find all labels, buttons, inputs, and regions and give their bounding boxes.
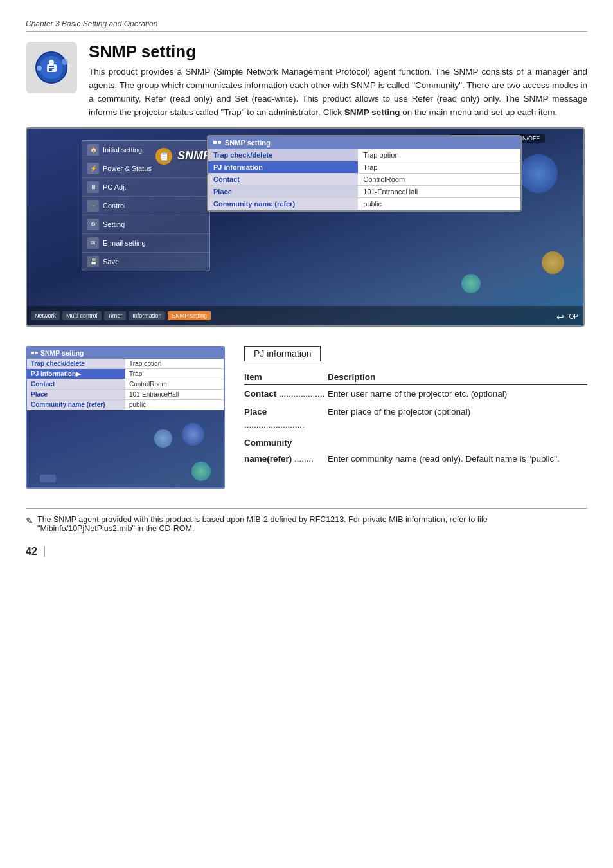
snmp-row-place[interactable]: Place 101-EntranceHall	[208, 185, 520, 197]
top-button[interactable]: ↩TOP	[556, 312, 578, 322]
left-menu-panel: 🏠 Initial setting ⚡ Power & Status 🖥 PC …	[82, 140, 210, 271]
snmp-row-trap[interactable]: Trap check/delete Trap option	[208, 149, 520, 161]
bottom-menu-bar: Network Multi control Timer Information …	[27, 306, 583, 325]
menu-item-initial[interactable]: 🏠 Initial setting	[82, 141, 209, 159]
pj-row-community-label: Community	[244, 434, 587, 449]
email-icon: ✉	[87, 237, 99, 249]
deco-circle-4	[542, 251, 564, 274]
bottom-menu-information[interactable]: Information	[129, 311, 165, 320]
intro-paragraph: This product provides a SNMP (Simple Net…	[89, 66, 587, 120]
bottom-menu-snmp[interactable]: SNMP setting	[168, 311, 211, 320]
svg-rect-4	[49, 66, 54, 67]
menu-item-power[interactable]: ⚡ Power & Status	[82, 159, 209, 178]
control-icon: 🎮	[87, 200, 99, 212]
svg-rect-5	[49, 68, 54, 69]
pj-row-contact: Contact ................... Enter user n…	[244, 384, 587, 403]
mini-panel-body	[27, 410, 224, 487]
snmp-panel-header: SNMP setting	[208, 136, 520, 149]
pj-row-community-value: name(refer) ........ Enter community nam…	[244, 450, 587, 468]
pj-info-table: Item Description Contact ...............…	[244, 370, 587, 468]
setting-icon: ⚙	[87, 219, 99, 230]
menu-item-control[interactable]: 🎮 Control	[82, 197, 209, 215]
power-icon: ⚡	[87, 163, 99, 174]
col-description: Description	[328, 370, 587, 385]
pj-info-section: PJ information Item Description Contact …	[244, 346, 587, 468]
menu-item-setting[interactable]: ⚙ Setting	[82, 215, 209, 234]
snmp-row-community[interactable]: Community name (refer) public	[208, 197, 520, 210]
note-text: The SNMP agent provided with this produc…	[37, 515, 587, 533]
snmp-row-contact[interactable]: Contact ControlRoom	[208, 173, 520, 185]
snmp-panel-screenshot: SNMP setting Trap check/delete Trap opti…	[207, 135, 522, 212]
mini-deco-bar	[40, 475, 56, 482]
svg-point-3	[49, 60, 54, 65]
deco-circle-1	[519, 154, 558, 193]
screenshot-image: 2005/9/9(Fri) 10:24:14 ON/OFF 📋 SNMP set…	[26, 127, 585, 327]
bottom-menu-multi[interactable]: Multi control	[62, 311, 102, 320]
pj-info-header-row: Item Description	[244, 370, 587, 385]
snmp-row-pjinfo[interactable]: PJ information Trap	[208, 161, 520, 173]
page-title: SNMP setting	[89, 42, 587, 62]
mini-row-contact[interactable]: Contact ControlRoom	[27, 379, 224, 389]
menu-item-email[interactable]: ✉ E-mail setting	[82, 234, 209, 253]
section-icon	[26, 42, 77, 93]
menu-item-save[interactable]: 💾 Save	[82, 253, 209, 271]
bottom-menu-timer[interactable]: Timer	[104, 311, 127, 320]
page-number-container: 42	[26, 546, 587, 557]
snmp-table: Trap check/delete Trap option PJ informa…	[208, 149, 520, 210]
mini-deco-1	[182, 423, 204, 446]
pj-info-title: PJ information	[244, 346, 321, 361]
mini-deco-2	[154, 429, 172, 448]
bottom-menu-network[interactable]: Network	[31, 311, 60, 320]
mini-panel-section: SNMP setting Trap check/delete Trap opti…	[26, 346, 587, 489]
mini-deco-3	[191, 462, 211, 481]
pj-row-place: Place ......................... Enter pl…	[244, 403, 587, 435]
menu-item-pcadj[interactable]: 🖥 PC Adj.	[82, 178, 209, 197]
pcadj-icon: 🖥	[87, 181, 99, 193]
note-icon: ✎	[26, 516, 33, 526]
save-icon: 💾	[87, 256, 99, 267]
svg-point-7	[37, 66, 42, 71]
initial-icon: 🏠	[87, 144, 99, 156]
svg-point-8	[62, 59, 68, 65]
mini-snmp-table: Trap check/delete Trap option PJ informa…	[27, 359, 224, 410]
mini-row-community[interactable]: Community name (refer) public	[27, 399, 224, 410]
svg-rect-6	[49, 69, 52, 71]
mini-snmp-panel: SNMP setting Trap check/delete Trap opti…	[26, 346, 225, 489]
mini-row-trap[interactable]: Trap check/delete Trap option	[27, 359, 224, 369]
title-section: SNMP setting This product provides a SNM…	[26, 42, 587, 120]
note-section: ✎ The SNMP agent provided with this prod…	[26, 508, 587, 533]
title-text-block: SNMP setting This product provides a SNM…	[89, 42, 587, 120]
mini-row-place[interactable]: Place 101-EntranceHall	[27, 389, 224, 399]
mini-panel-header: SNMP setting	[27, 347, 224, 359]
chapter-header: Chapter 3 Basic Setting and Operation	[26, 19, 587, 32]
page-number: 42	[26, 546, 45, 557]
mini-row-pjinfo[interactable]: PJ information▶ Trap	[27, 368, 224, 379]
deco-circle-5	[461, 274, 481, 293]
col-item: Item	[244, 370, 328, 385]
